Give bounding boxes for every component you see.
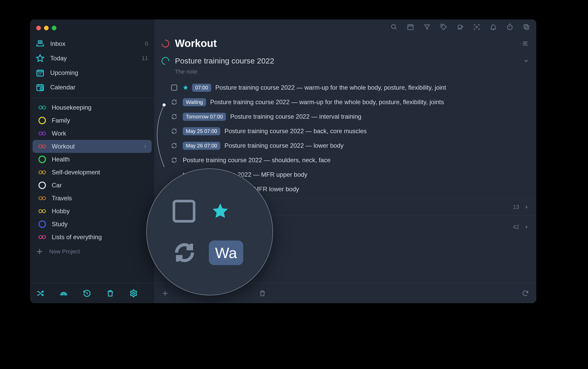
svg-point-12 bbox=[42, 171, 46, 174]
window-fullscreen-button[interactable] bbox=[52, 26, 56, 30]
sidebar-nav-label: Inbox bbox=[50, 40, 65, 47]
task-indicator bbox=[170, 84, 179, 91]
toolbar bbox=[154, 19, 536, 34]
sidebar-nav-count: 0 bbox=[145, 40, 148, 47]
svg-point-6 bbox=[39, 132, 42, 135]
sidebar-nav-count: 11 bbox=[142, 55, 148, 62]
timer-icon[interactable] bbox=[506, 23, 513, 31]
svg-point-17 bbox=[42, 210, 46, 213]
sidebar-project-workout[interactable]: Workout bbox=[33, 140, 152, 153]
svg-point-11 bbox=[39, 171, 42, 174]
calendar-icon[interactable] bbox=[407, 23, 414, 31]
sync-icon[interactable] bbox=[522, 290, 529, 297]
task-indicator bbox=[170, 142, 179, 149]
sidebar-nav-upcoming[interactable]: Upcoming bbox=[30, 66, 154, 80]
sidebar-new-project[interactable]: New Project bbox=[30, 245, 154, 258]
window-close-button[interactable] bbox=[36, 26, 41, 30]
recurring-icon bbox=[171, 157, 178, 164]
sidebar-nav-inbox[interactable]: Inbox 0 bbox=[30, 37, 154, 51]
sidebar-nav-label: Calendar bbox=[50, 84, 75, 91]
project-ring-icon bbox=[38, 207, 46, 215]
task-row[interactable]: Waiting Posture training course 2022 — w… bbox=[170, 95, 536, 109]
section-header[interactable]: Posture training course 2022 bbox=[154, 55, 536, 66]
task-row[interactable]: Tomorrow 07:00 Posture training course 2… bbox=[170, 109, 536, 124]
svg-rect-25 bbox=[458, 25, 462, 28]
plus-icon[interactable] bbox=[161, 290, 169, 297]
task-label: Posture training course 2022 — interval … bbox=[230, 113, 361, 120]
project-ring-icon bbox=[38, 155, 46, 163]
task-list: 07:00 Posture training course 2022 — war… bbox=[154, 78, 536, 198]
task-label: Posture training course 2022 — warm-up f… bbox=[210, 98, 444, 106]
sidebar-footer bbox=[30, 283, 154, 303]
sidebar-project-self-development[interactable]: Self-development bbox=[33, 166, 152, 179]
header-menu-icon[interactable] bbox=[522, 40, 529, 47]
window-minimize-button[interactable] bbox=[44, 26, 49, 30]
task-label: Posture training course 2022 — warm-up f… bbox=[215, 84, 446, 91]
svg-point-26 bbox=[476, 26, 477, 28]
svg-point-16 bbox=[39, 210, 42, 213]
sidebar: Inbox 0 Today 11 Upcoming Calendar House… bbox=[30, 19, 154, 303]
svg-point-15 bbox=[42, 197, 46, 200]
task-row[interactable]: May 25 07:00 Posture training course 202… bbox=[170, 124, 536, 138]
sidebar-projects: Housekeeping Family Work Workout Health … bbox=[30, 101, 154, 244]
sidebar-project-hobby[interactable]: Hobby bbox=[33, 205, 152, 218]
calendar-clock-icon bbox=[36, 83, 45, 92]
task-badge: 07:00 bbox=[192, 84, 211, 92]
sidebar-project-work[interactable]: Work bbox=[33, 127, 152, 140]
trash-icon[interactable] bbox=[106, 289, 114, 297]
rainbow-icon[interactable] bbox=[60, 289, 68, 297]
history-icon[interactable] bbox=[83, 289, 91, 297]
section-title: Posture training course 2022 bbox=[175, 56, 274, 65]
task-row[interactable]: 07:00 Posture training course 2022 — war… bbox=[170, 80, 536, 95]
tag-icon[interactable] bbox=[440, 23, 447, 31]
sidebar-project-housekeeping[interactable]: Housekeeping bbox=[33, 101, 152, 114]
recurring-icon bbox=[171, 99, 178, 105]
focus-icon[interactable] bbox=[473, 23, 480, 31]
recurring-icon bbox=[171, 142, 178, 149]
cup-icon[interactable] bbox=[457, 23, 464, 31]
search-icon[interactable] bbox=[390, 23, 398, 31]
new-project-label: New Project bbox=[49, 248, 80, 255]
project-label: Workout bbox=[52, 143, 75, 150]
sidebar-nav-today[interactable]: Today 11 bbox=[30, 51, 154, 66]
sidebar-nav-label: Upcoming bbox=[50, 69, 78, 76]
project-ring-icon bbox=[38, 220, 46, 228]
collapsed-section-1[interactable]: 13 bbox=[154, 198, 536, 215]
task-row[interactable]: Posture training course 2022 — shoulders… bbox=[170, 153, 536, 167]
project-ring-icon bbox=[38, 130, 46, 137]
bell-icon[interactable] bbox=[490, 23, 497, 31]
page-title: Workout bbox=[175, 38, 217, 49]
svg-point-9 bbox=[42, 145, 46, 148]
task-row[interactable]: May 26 07:00 Posture training course 202… bbox=[170, 138, 536, 153]
sidebar-nav-calendar[interactable]: Calendar bbox=[30, 80, 154, 95]
filter-icon[interactable] bbox=[423, 23, 431, 31]
svg-point-7 bbox=[42, 132, 46, 135]
task-badge: Tomorrow 07:00 bbox=[183, 113, 226, 121]
sidebar-project-family[interactable]: Family bbox=[33, 114, 152, 127]
project-label: Housekeeping bbox=[52, 104, 91, 111]
star-icon bbox=[36, 54, 45, 63]
gear-icon[interactable] bbox=[129, 289, 138, 297]
collapsed-section-2[interactable]: n 10 km, 2022, August 30 42 bbox=[154, 215, 536, 238]
sidebar-project-lists-of-everything[interactable]: Lists of everything bbox=[33, 231, 152, 244]
sidebar-project-car[interactable]: Car bbox=[33, 179, 152, 192]
task-row[interactable]: e training course 2022 — MFR lower body bbox=[170, 182, 536, 196]
trash-icon[interactable] bbox=[259, 290, 266, 297]
task-indicator bbox=[170, 157, 179, 164]
sidebar-project-travels[interactable]: Travels bbox=[33, 192, 152, 205]
checkbox-icon[interactable] bbox=[171, 84, 177, 91]
svg-point-18 bbox=[39, 221, 46, 228]
task-label: Posture training course 2022 — shoulders… bbox=[183, 157, 330, 164]
shuffle-icon[interactable] bbox=[36, 289, 45, 297]
sidebar-nav-label: Today bbox=[50, 55, 67, 62]
chevron-right-icon bbox=[524, 224, 529, 230]
project-ring-icon bbox=[38, 168, 46, 176]
sidebar-project-study[interactable]: Study bbox=[33, 218, 152, 231]
chevron-down-icon[interactable] bbox=[523, 58, 529, 64]
sidebar-project-health[interactable]: Health bbox=[33, 153, 152, 166]
project-ring-icon bbox=[38, 143, 46, 150]
calendar-icon bbox=[36, 68, 45, 77]
svg-point-22 bbox=[392, 25, 395, 29]
task-row[interactable]: ture training course 2022 — MFR upper bo… bbox=[170, 167, 536, 182]
copy-icon[interactable] bbox=[523, 23, 530, 31]
